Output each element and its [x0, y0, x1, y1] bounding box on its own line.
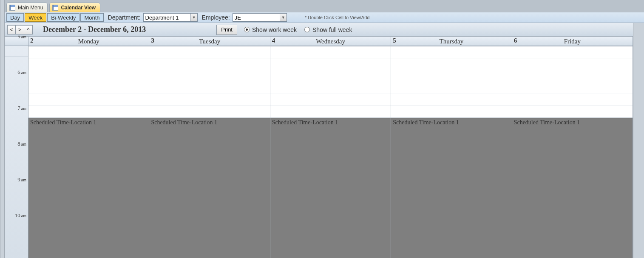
view-toolbar: Day Week Bi-Weekly Month Department: ▼ E… [5, 12, 644, 23]
time-slots: Scheduled Time-Location 1 [28, 46, 149, 258]
print-button[interactable]: Print [216, 25, 237, 35]
tab-strip: Main Menu Calendar View [5, 0, 644, 12]
time-cell[interactable] [149, 106, 270, 118]
time-slots: Scheduled Time-Location 1 [149, 46, 270, 258]
day-name: Wednesday [270, 37, 391, 46]
department-label: Department: [105, 14, 142, 21]
tab-label: Main Menu [18, 5, 43, 11]
time-cell[interactable] [512, 82, 633, 94]
time-slots: Scheduled Time-Location 1 [391, 46, 511, 258]
day-name: Friday [512, 37, 633, 46]
time-cell[interactable] [512, 106, 633, 118]
scheduled-event[interactable]: Scheduled Time-Location 1 [270, 118, 391, 258]
day-header[interactable]: 5Thursday [391, 37, 511, 46]
employee-label: Employee: [199, 14, 232, 21]
date-range-title: December 2 - December 6, 2013 [35, 25, 146, 34]
week-mode-group: Show work week Show full week [244, 26, 352, 33]
hint-text: * Double Click Cell to View/Add [305, 15, 370, 20]
scheduled-event[interactable]: Scheduled Time-Location 1 [28, 118, 149, 258]
chevron-down-icon[interactable]: ▼ [280, 14, 287, 21]
time-cell[interactable] [391, 58, 511, 70]
time-cell[interactable] [512, 70, 633, 82]
time-cell[interactable] [149, 46, 270, 58]
time-cell[interactable] [270, 82, 391, 94]
day-name: Thursday [391, 37, 511, 46]
time-cell[interactable] [28, 94, 149, 106]
time-cell[interactable] [391, 82, 511, 94]
left-gutter [0, 0, 5, 258]
time-cell[interactable] [149, 58, 270, 70]
tab-main-menu[interactable]: Main Menu [6, 3, 48, 12]
time-cell[interactable] [270, 46, 391, 58]
time-cell[interactable] [270, 106, 391, 118]
time-cell[interactable] [391, 70, 511, 82]
day-column: 6FridayScheduled Time-Location 1 [512, 37, 633, 258]
view-month-button[interactable]: Month [80, 13, 103, 22]
day-header[interactable]: 3Tuesday [149, 37, 270, 46]
tab-calendar-view[interactable]: Calendar View [49, 3, 100, 12]
time-label: 9am [5, 176, 26, 183]
time-cell[interactable] [28, 70, 149, 82]
time-label: 7am [5, 105, 26, 112]
tab-label: Calendar View [61, 5, 96, 11]
scheduled-event[interactable]: Scheduled Time-Location 1 [149, 118, 270, 258]
day-header[interactable]: 4Wednesday [270, 37, 391, 46]
day-header[interactable]: 6Friday [512, 37, 633, 46]
calendar-grid: 2MondayScheduled Time-Location 13Tuesday… [28, 37, 633, 258]
time-label: 6am [5, 69, 26, 76]
day-name: Monday [28, 37, 149, 46]
scheduled-event[interactable]: Scheduled Time-Location 1 [512, 118, 633, 258]
scheduled-event[interactable]: Scheduled Time-Location 1 [391, 118, 511, 258]
day-header[interactable]: 2Monday [28, 37, 149, 46]
time-cell[interactable] [149, 94, 270, 106]
time-cell[interactable] [149, 70, 270, 82]
day-number: 2 [30, 37, 34, 44]
time-cell[interactable] [391, 106, 511, 118]
time-cell[interactable] [270, 58, 391, 70]
time-slots: Scheduled Time-Location 1 [270, 46, 391, 258]
time-cell[interactable] [28, 46, 149, 58]
time-cell[interactable] [512, 58, 633, 70]
view-biweekly-button[interactable]: Bi-Weekly [47, 13, 79, 22]
department-combo[interactable]: ▼ [143, 13, 198, 22]
time-cell[interactable] [28, 82, 149, 94]
time-slots: Scheduled Time-Location 1 [512, 46, 633, 258]
time-label: 8am [5, 140, 26, 147]
time-cell[interactable] [512, 94, 633, 106]
time-label: 5am [5, 33, 26, 40]
day-number: 4 [272, 37, 275, 44]
day-number: 6 [514, 37, 517, 44]
radio-label: Show full week [312, 26, 352, 33]
calendar: 5am6am7am8am9am10am 2MondayScheduled Tim… [5, 37, 633, 258]
form-icon [9, 5, 15, 11]
day-column: 5ThursdayScheduled Time-Location 1 [391, 37, 512, 258]
form-icon [52, 5, 58, 11]
time-cell[interactable] [270, 94, 391, 106]
nav-bar: < > ^ December 2 - December 6, 2013 Prin… [5, 23, 644, 37]
time-cell[interactable] [28, 58, 149, 70]
radio-full-week[interactable] [304, 27, 310, 32]
view-week-button[interactable]: Week [25, 13, 46, 22]
day-number: 3 [151, 37, 154, 44]
time-cell[interactable] [270, 70, 391, 82]
day-column: 4WednesdayScheduled Time-Location 1 [270, 37, 391, 258]
time-label: 10am [5, 212, 26, 219]
day-column: 3TuesdayScheduled Time-Location 1 [149, 37, 270, 258]
day-column: 2MondayScheduled Time-Location 1 [28, 37, 149, 258]
radio-work-week[interactable] [244, 27, 250, 32]
chevron-down-icon[interactable]: ▼ [190, 14, 197, 21]
employee-input[interactable] [233, 14, 280, 21]
day-number: 5 [393, 37, 396, 44]
department-input[interactable] [144, 14, 190, 21]
time-cell[interactable] [512, 46, 633, 58]
time-column: 5am6am7am8am9am10am [5, 37, 28, 258]
time-cell[interactable] [391, 46, 511, 58]
right-gutter [633, 23, 644, 258]
employee-combo[interactable]: ▼ [233, 13, 287, 22]
view-day-button[interactable]: Day [6, 13, 24, 22]
time-cell[interactable] [149, 82, 270, 94]
time-cell[interactable] [28, 106, 149, 118]
time-cell[interactable] [391, 94, 511, 106]
radio-label: Show work week [252, 26, 297, 33]
day-name: Tuesday [149, 37, 270, 46]
